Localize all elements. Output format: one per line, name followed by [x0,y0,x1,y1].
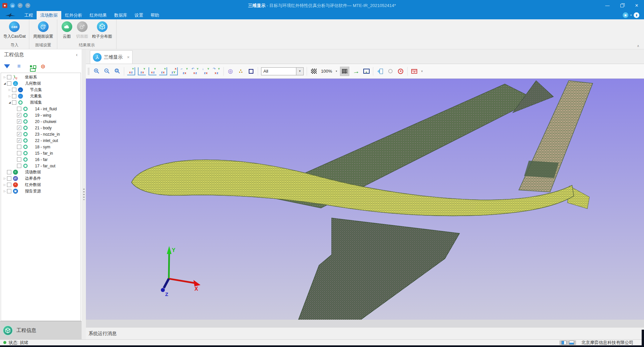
contour-plot-button[interactable]: 云图 [60,21,74,42]
menu-item-engineering[interactable]: 工程 [21,11,37,19]
panel-splitter[interactable] [82,49,86,339]
particle-distribution-button[interactable]: 粒子分布图 [91,21,114,42]
tree-row[interactable]: ▷⇄边界条件 [1,175,81,182]
mirror-icon[interactable] [376,67,384,76]
tree-label[interactable]: 21 - body [35,126,52,130]
tree-checkbox[interactable] [12,88,16,92]
box-select-icon[interactable] [247,67,255,76]
redo-icon[interactable]: ↷ [25,3,30,8]
tree-checkbox[interactable] [17,107,21,111]
close-button[interactable]: ✕ [629,0,644,11]
tree-expand-closed-icon[interactable]: ▷ [2,76,7,79]
tree-checkbox[interactable] [7,183,11,187]
tree-expand-open-icon[interactable]: ◢ [2,82,7,85]
display-filter-dropdown[interactable]: All ▼ [261,67,304,75]
message-panel-gutter[interactable] [86,320,644,327]
import-cas-dat-button[interactable]: cas 导入Cas/Dat [2,21,27,42]
tree-checkbox[interactable] [17,157,21,162]
axis-view-icon-4[interactable]: zxY [159,67,167,75]
tree-row[interactable]: 17 - far_out [1,163,81,169]
tree-label[interactable]: 15 - far_in [35,151,53,156]
tree-row[interactable]: ▷*红外数据 [1,182,81,188]
menu-item-ir-analysis[interactable]: 红外分析 [61,11,86,19]
tree-label[interactable]: 坐标系 [25,74,37,80]
tree-checkbox[interactable] [7,189,11,193]
menu-item-help[interactable]: 帮助 [147,11,163,19]
tree-label[interactable]: 20 - chuiwei [35,119,56,124]
zoom-out-icon[interactable] [103,67,111,76]
undo-icon[interactable]: ↶ [18,3,23,8]
tree-checkbox-checked[interactable]: ✓ [17,126,21,130]
tree-checkbox[interactable] [7,176,11,181]
screenshot-icon[interactable]: ▲ [363,67,370,76]
tab-close-icon[interactable]: × [127,55,130,60]
tree-label[interactable]: 报告资源 [25,188,41,194]
restore-button[interactable] [615,0,629,11]
new-document-icon[interactable]: ▤ [10,3,15,8]
tree-expand-closed-icon[interactable]: ▷ [7,95,12,98]
axis-view-icon-8[interactable]: zxY↓ [202,67,210,75]
archive-caret-icon[interactable]: ∨ [421,70,423,73]
tree-label[interactable]: 23 - nozzle_in [35,132,60,137]
menu-item-settings[interactable]: 设置 [131,11,147,19]
tree-checkbox[interactable] [7,170,11,174]
tree-checkbox[interactable] [12,100,16,105]
tree-label[interactable]: 17 - far_out [35,164,55,168]
tree-row[interactable]: ▷zxY坐标系 [1,74,81,80]
minimize-button[interactable]: — [600,0,615,11]
node-display-icon[interactable]: ∴ [237,67,244,76]
system-message-bar[interactable]: 系统运行消息 [86,327,644,339]
tree-label[interactable]: 19 - wing [35,113,51,118]
tree-row[interactable]: ◢面域集 [1,99,81,106]
tree-row[interactable]: ◢△几何数据 [1,80,81,87]
tree-row[interactable]: 16 - far [1,156,81,163]
transparency-icon[interactable] [310,67,317,76]
light-source-icon[interactable]: ◎ [227,67,234,76]
tree-label[interactable]: 面域集 [30,100,42,105]
tree-checkbox[interactable] [17,151,21,155]
tree-row[interactable]: ▷◌元素集 [1,93,81,99]
filter-icon[interactable] [3,63,11,70]
tree-row[interactable]: ✓22 - inlet_out [1,137,81,144]
clear-icon[interactable]: × [397,67,404,76]
tree-row[interactable]: ✓19 - wing [1,112,81,118]
axis-view-icon-2[interactable]: zxY [138,67,146,75]
panel-collapse-icon[interactable]: ‹ [76,52,78,57]
axis-view-icon-5[interactable]: zYX [170,67,178,75]
export-arrow-icon[interactable]: → [352,66,360,76]
tree-expand-closed-icon[interactable]: ▷ [2,190,7,193]
tree-expand-closed-icon[interactable]: ▷ [2,177,7,180]
tree-label[interactable]: 元素集 [30,93,42,99]
axis-view-icon-7[interactable]: xzY↶ [191,67,199,75]
tree-checkbox[interactable] [17,145,21,149]
tree-label[interactable]: 18 - sym [35,145,50,149]
archive-box-icon[interactable] [411,67,418,76]
tree-label[interactable]: 流场数据 [25,169,41,175]
zoom-fit-icon[interactable] [114,67,121,76]
menu-item-ir-results[interactable]: 红外结果 [86,11,111,19]
app-icon[interactable]: ◆ [2,3,7,8]
tree-expand-open-icon[interactable]: ◢ [7,101,12,104]
dropdown-arrow-icon[interactable]: ▼ [296,68,303,75]
tree-label[interactable]: 几何数据 [25,81,41,86]
project-panel-bottom-tab[interactable]: 工程信息 [0,321,82,339]
zoom-in-icon[interactable] [93,67,100,76]
tree-row[interactable]: ▷▣报告资源 [1,188,81,194]
tree-label[interactable]: 16 - far [35,157,48,162]
tree-row[interactable]: ✓21 - body [1,125,81,131]
mesh-display-button-active[interactable] [340,67,349,76]
tree-checkbox-checked[interactable]: ✓ [17,113,21,117]
tree-checkbox[interactable] [17,164,21,168]
splitter-handle[interactable] [83,189,85,200]
tab-3d-display[interactable]: 三维显示 × [90,50,133,64]
toolbar-drag-handle[interactable] [88,68,89,75]
style-toggle-icon[interactable]: ▣ [623,12,628,18]
axis-view-icon-3[interactable]: xzY [149,67,157,75]
tree-row[interactable]: 14 - int_fluid [1,106,81,112]
zoom-caret-icon[interactable]: ▾ [336,70,337,73]
tree-row[interactable]: ✓23 - nozzle_in [1,131,81,137]
ribbon-collapse-icon[interactable]: ∧ [637,44,639,48]
tree-row[interactable]: ▷↔节点集 [1,87,81,93]
tree-label[interactable]: 节点集 [30,87,42,93]
tree-row[interactable]: 18 - sym [1,144,81,150]
